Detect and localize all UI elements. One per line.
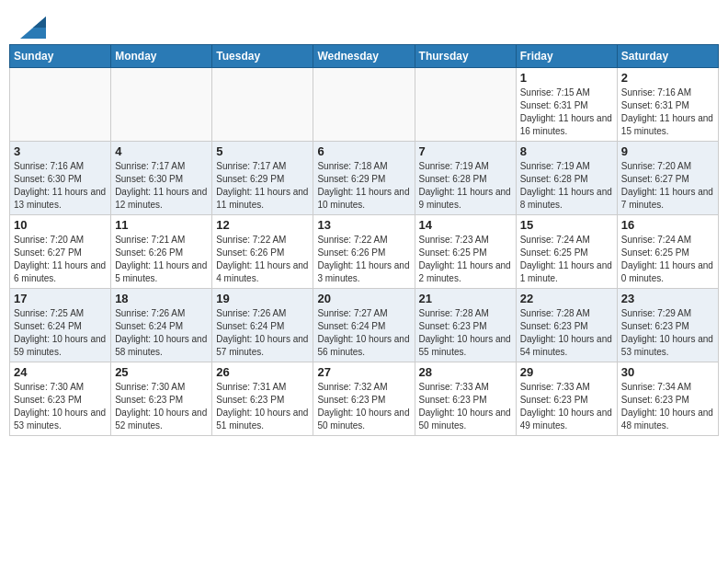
logo — [18, 17, 46, 35]
calendar-cell: 16Sunrise: 7:24 AM Sunset: 6:25 PM Dayli… — [617, 215, 718, 289]
weekday-header-sunday: Sunday — [10, 45, 111, 68]
weekday-header-wednesday: Wednesday — [313, 45, 415, 68]
calendar-cell: 23Sunrise: 7:29 AM Sunset: 6:23 PM Dayli… — [617, 289, 718, 362]
calendar-cell: 2Sunrise: 7:16 AM Sunset: 6:31 PM Daylig… — [617, 68, 718, 142]
day-number: 2 — [621, 71, 714, 85]
day-number: 17 — [14, 292, 107, 305]
day-info: Sunrise: 7:30 AM Sunset: 6:23 PM Dayligh… — [14, 381, 107, 432]
day-number: 19 — [216, 292, 309, 305]
calendar-week-2: 3Sunrise: 7:16 AM Sunset: 6:30 PM Daylig… — [10, 142, 719, 215]
day-number: 9 — [621, 144, 714, 158]
calendar-cell: 10Sunrise: 7:20 AM Sunset: 6:27 PM Dayli… — [10, 215, 111, 289]
calendar-cell: 20Sunrise: 7:27 AM Sunset: 6:24 PM Dayli… — [313, 289, 415, 362]
calendar-cell — [212, 68, 313, 142]
day-info: Sunrise: 7:26 AM Sunset: 6:24 PM Dayligh… — [216, 307, 309, 359]
day-info: Sunrise: 7:22 AM Sunset: 6:26 PM Dayligh… — [216, 234, 309, 285]
calendar-week-3: 10Sunrise: 7:20 AM Sunset: 6:27 PM Dayli… — [10, 215, 719, 289]
day-number: 4 — [115, 144, 208, 158]
day-number: 7 — [419, 144, 512, 158]
calendar-cell: 15Sunrise: 7:24 AM Sunset: 6:25 PM Dayli… — [516, 215, 617, 289]
day-number: 27 — [317, 365, 410, 379]
calendar-table: SundayMondayTuesdayWednesdayThursdayFrid… — [9, 44, 719, 436]
calendar-cell: 21Sunrise: 7:28 AM Sunset: 6:23 PM Dayli… — [415, 289, 516, 362]
day-info: Sunrise: 7:27 AM Sunset: 6:24 PM Dayligh… — [317, 307, 410, 359]
calendar-cell: 12Sunrise: 7:22 AM Sunset: 6:26 PM Dayli… — [212, 215, 313, 289]
day-info: Sunrise: 7:17 AM Sunset: 6:29 PM Dayligh… — [216, 160, 309, 212]
day-number: 23 — [621, 292, 714, 305]
day-number: 1 — [520, 71, 613, 85]
calendar-cell — [10, 68, 111, 142]
calendar-week-4: 17Sunrise: 7:25 AM Sunset: 6:24 PM Dayli… — [10, 289, 719, 362]
day-number: 8 — [520, 144, 613, 158]
day-number: 16 — [621, 218, 714, 232]
calendar-cell: 27Sunrise: 7:32 AM Sunset: 6:23 PM Dayli… — [313, 362, 415, 436]
page-header — [9, 9, 719, 40]
calendar-cell: 8Sunrise: 7:19 AM Sunset: 6:28 PM Daylig… — [516, 142, 617, 215]
day-number: 18 — [115, 292, 208, 305]
day-number: 25 — [115, 365, 208, 379]
calendar-cell: 6Sunrise: 7:18 AM Sunset: 6:29 PM Daylig… — [313, 142, 415, 215]
calendar-cell: 22Sunrise: 7:28 AM Sunset: 6:23 PM Dayli… — [516, 289, 617, 362]
weekday-header-friday: Friday — [516, 45, 617, 68]
calendar-cell: 7Sunrise: 7:19 AM Sunset: 6:28 PM Daylig… — [415, 142, 516, 215]
day-number: 22 — [520, 292, 613, 305]
day-info: Sunrise: 7:23 AM Sunset: 6:25 PM Dayligh… — [419, 234, 512, 285]
day-info: Sunrise: 7:16 AM Sunset: 6:31 PM Dayligh… — [621, 86, 714, 138]
logo-icon — [20, 17, 46, 39]
day-info: Sunrise: 7:29 AM Sunset: 6:23 PM Dayligh… — [621, 307, 714, 359]
day-info: Sunrise: 7:20 AM Sunset: 6:27 PM Dayligh… — [621, 160, 714, 212]
calendar-cell: 28Sunrise: 7:33 AM Sunset: 6:23 PM Dayli… — [415, 362, 516, 436]
day-number: 13 — [317, 218, 410, 232]
day-info: Sunrise: 7:21 AM Sunset: 6:26 PM Dayligh… — [115, 234, 208, 285]
weekday-header-monday: Monday — [111, 45, 212, 68]
day-info: Sunrise: 7:33 AM Sunset: 6:23 PM Dayligh… — [520, 381, 613, 432]
calendar-cell: 14Sunrise: 7:23 AM Sunset: 6:25 PM Dayli… — [415, 215, 516, 289]
calendar-cell — [415, 68, 516, 142]
day-number: 21 — [419, 292, 512, 305]
calendar-cell: 11Sunrise: 7:21 AM Sunset: 6:26 PM Dayli… — [111, 215, 212, 289]
day-number: 15 — [520, 218, 613, 232]
day-number: 11 — [115, 218, 208, 232]
day-info: Sunrise: 7:26 AM Sunset: 6:24 PM Dayligh… — [115, 307, 208, 359]
day-info: Sunrise: 7:25 AM Sunset: 6:24 PM Dayligh… — [14, 307, 107, 359]
calendar-cell: 13Sunrise: 7:22 AM Sunset: 6:26 PM Dayli… — [313, 215, 415, 289]
day-info: Sunrise: 7:17 AM Sunset: 6:30 PM Dayligh… — [115, 160, 208, 212]
calendar-week-5: 24Sunrise: 7:30 AM Sunset: 6:23 PM Dayli… — [10, 362, 719, 436]
calendar-cell: 4Sunrise: 7:17 AM Sunset: 6:30 PM Daylig… — [111, 142, 212, 215]
calendar-cell: 30Sunrise: 7:34 AM Sunset: 6:23 PM Dayli… — [617, 362, 718, 436]
calendar-cell — [313, 68, 415, 142]
day-info: Sunrise: 7:18 AM Sunset: 6:29 PM Dayligh… — [317, 160, 410, 212]
day-info: Sunrise: 7:16 AM Sunset: 6:30 PM Dayligh… — [14, 160, 107, 212]
weekday-header-tuesday: Tuesday — [212, 45, 313, 68]
day-info: Sunrise: 7:32 AM Sunset: 6:23 PM Dayligh… — [317, 381, 410, 432]
day-number: 24 — [14, 365, 107, 379]
day-info: Sunrise: 7:24 AM Sunset: 6:25 PM Dayligh… — [520, 234, 613, 285]
calendar-cell: 25Sunrise: 7:30 AM Sunset: 6:23 PM Dayli… — [111, 362, 212, 436]
weekday-header-thursday: Thursday — [415, 45, 516, 68]
calendar-cell: 1Sunrise: 7:15 AM Sunset: 6:31 PM Daylig… — [516, 68, 617, 142]
day-number: 12 — [216, 218, 309, 232]
day-info: Sunrise: 7:15 AM Sunset: 6:31 PM Dayligh… — [520, 86, 613, 138]
day-number: 14 — [419, 218, 512, 232]
weekday-header-row: SundayMondayTuesdayWednesdayThursdayFrid… — [10, 45, 719, 68]
day-number: 28 — [419, 365, 512, 379]
day-number: 20 — [317, 292, 410, 305]
day-info: Sunrise: 7:31 AM Sunset: 6:23 PM Dayligh… — [216, 381, 309, 432]
calendar-cell: 29Sunrise: 7:33 AM Sunset: 6:23 PM Dayli… — [516, 362, 617, 436]
calendar-cell: 18Sunrise: 7:26 AM Sunset: 6:24 PM Dayli… — [111, 289, 212, 362]
calendar-cell: 26Sunrise: 7:31 AM Sunset: 6:23 PM Dayli… — [212, 362, 313, 436]
day-number: 5 — [216, 144, 309, 158]
calendar-week-1: 1Sunrise: 7:15 AM Sunset: 6:31 PM Daylig… — [10, 68, 719, 142]
calendar-cell: 9Sunrise: 7:20 AM Sunset: 6:27 PM Daylig… — [617, 142, 718, 215]
calendar-cell: 19Sunrise: 7:26 AM Sunset: 6:24 PM Dayli… — [212, 289, 313, 362]
day-number: 3 — [14, 144, 107, 158]
day-info: Sunrise: 7:19 AM Sunset: 6:28 PM Dayligh… — [520, 160, 613, 212]
day-info: Sunrise: 7:20 AM Sunset: 6:27 PM Dayligh… — [14, 234, 107, 285]
day-info: Sunrise: 7:22 AM Sunset: 6:26 PM Dayligh… — [317, 234, 410, 285]
day-info: Sunrise: 7:28 AM Sunset: 6:23 PM Dayligh… — [419, 307, 512, 359]
day-info: Sunrise: 7:34 AM Sunset: 6:23 PM Dayligh… — [621, 381, 714, 432]
day-info: Sunrise: 7:33 AM Sunset: 6:23 PM Dayligh… — [419, 381, 512, 432]
calendar-cell — [111, 68, 212, 142]
day-number: 26 — [216, 365, 309, 379]
day-number: 10 — [14, 218, 107, 232]
